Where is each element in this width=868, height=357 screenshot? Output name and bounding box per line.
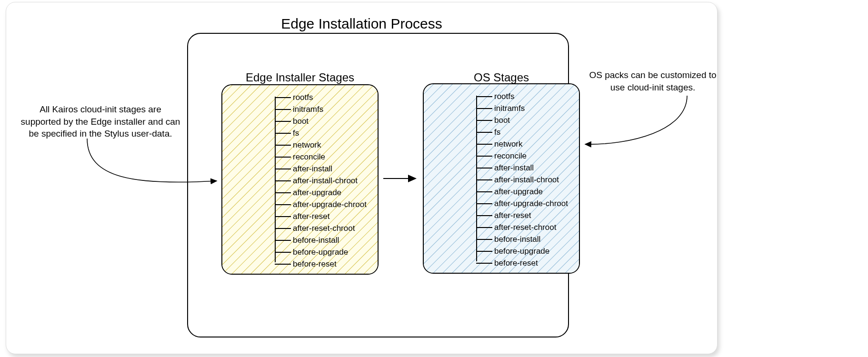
stage-label: after-upgrade [494,187,543,197]
stage-label: network [293,140,321,150]
diagram-card: Edge Installation Process Edge Installer… [6,2,718,354]
stage-label: after-upgrade-chroot [494,199,568,208]
timeline-tick [275,157,291,158]
timeline-tick [275,145,291,146]
timeline-tick [476,156,492,157]
stage-label: initramfs [494,104,525,113]
stage-label: before-reset [293,259,337,269]
right-annotation-arrow-icon [578,93,701,155]
stage-row: fs [275,129,379,138]
stage-label: initramfs [293,105,323,114]
stage-row: before-reset [275,259,379,269]
stage-row: initramfs [476,104,580,113]
timeline-tick [275,192,291,193]
timeline-tick [275,264,291,265]
stage-label: rootfs [494,92,515,101]
stage-label: after-upgrade-chroot [293,200,367,209]
stage-row: network [275,140,379,150]
timeline-tick [476,239,492,240]
stage-row: after-upgrade [275,188,379,198]
main-title: Edge Installation Process [6,16,717,32]
stage-row: fs [476,128,580,137]
stage-label: after-upgrade [293,188,341,198]
timeline-tick [476,263,492,264]
timeline-tick [275,180,291,181]
stage-row: after-reset-chroot [275,224,379,233]
stage-row: boot [476,116,580,125]
stage-row: after-reset [275,212,379,221]
right-timeline: rootfsinitramfsbootfsnetworkreconcileaft… [476,94,580,263]
stage-label: after-reset-chroot [494,223,556,232]
timeline-tick [275,204,291,205]
stage-label: before-upgrade [293,248,348,257]
stage-row: before-install [476,235,580,244]
timeline-tick [275,97,291,98]
stage-label: after-install-chroot [293,176,358,186]
timeline-tick [275,228,291,229]
stage-row: after-reset [476,211,580,220]
stage-row: boot [275,117,379,126]
stage-row: reconcile [275,152,379,162]
stage-label: after-reset-chroot [293,224,355,233]
stage-row: rootfs [476,92,580,101]
stage-label: after-reset [293,212,329,221]
timeline-tick [476,108,492,109]
stage-row: after-install-chroot [275,176,379,186]
timeline-tick [476,191,492,192]
stage-row: after-reset-chroot [476,223,580,232]
stage-label: rootfs [293,93,313,102]
stage-label: fs [293,129,299,138]
stage-label: before-upgrade [494,247,549,256]
stage-row: after-install-chroot [476,175,580,185]
timeline-tick [476,144,492,145]
timeline-tick [476,168,492,169]
stage-row: before-upgrade [476,247,580,256]
timeline-tick [275,240,291,241]
stage-row: after-upgrade-chroot [275,200,379,209]
stage-row: initramfs [275,105,379,114]
arrow-between-boxes-icon [381,171,420,186]
timeline-tick [476,227,492,228]
edge-installer-stages-box: rootfsinitramfsbootfsnetworkreconcileaft… [221,84,379,275]
timeline-tick [275,109,291,110]
stage-row: after-install [476,163,580,173]
stage-row: after-upgrade-chroot [476,199,580,208]
stage-row: after-upgrade [476,187,580,197]
stage-label: before-install [494,235,540,244]
stage-label: after-install [293,164,332,174]
timeline-tick [275,121,291,122]
timeline-tick [476,132,492,133]
right-annotation: OS packs can be customized to use cloud-… [586,69,719,93]
stage-row: reconcile [476,151,580,161]
stage-row: before-upgrade [275,248,379,257]
stage-label: before-install [293,236,339,245]
timeline-tick [476,215,492,216]
stage-label: reconcile [293,152,325,162]
timeline-tick [476,203,492,204]
timeline-tick [476,96,492,97]
left-timeline: rootfsinitramfsbootfsnetworkreconcileaft… [275,95,379,264]
right-box-title: OS Stages [423,71,580,84]
timeline-tick [275,252,291,253]
timeline-tick [275,169,291,169]
timeline-tick [476,251,492,252]
timeline-tick [476,179,492,180]
stage-label: after-install-chroot [494,175,559,185]
timeline-tick [275,216,291,217]
timeline-tick [476,120,492,121]
stage-row: before-reset [476,258,580,268]
stage-label: network [494,139,523,149]
stage-row: rootfs [275,93,379,102]
timeline-tick [275,133,291,134]
stage-label: before-reset [494,258,538,268]
stage-label: boot [293,117,309,126]
stage-label: after-reset [494,211,531,220]
stage-label: after-install [494,163,534,173]
stage-label: reconcile [494,151,527,161]
left-box-title: Edge Installer Stages [221,71,379,84]
left-annotation-arrow-icon [78,136,225,198]
stage-row: network [476,139,580,149]
os-stages-box: rootfsinitramfsbootfsnetworkreconcileaft… [423,83,580,274]
left-annotation: All Kairos cloud-init stages are support… [20,103,181,140]
stage-row: after-install [275,164,379,174]
